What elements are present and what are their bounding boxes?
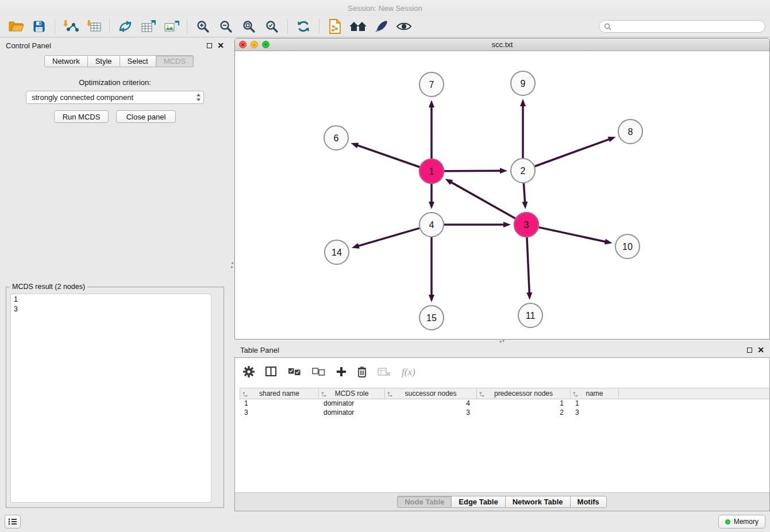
float-panel-icon[interactable] <box>207 43 212 48</box>
close-panel-icon[interactable]: ✕ <box>217 41 224 49</box>
table-row[interactable]: 3dominator323 <box>240 408 769 418</box>
graph-node-15[interactable]: 15 <box>419 306 444 330</box>
table-cell: dominator <box>319 399 385 408</box>
close-panel-icon[interactable]: ✕ <box>757 346 764 354</box>
graph-node-7[interactable]: 7 <box>419 72 444 97</box>
import-network-icon[interactable] <box>59 17 82 36</box>
table-row[interactable]: 1dominator411 <box>240 399 769 408</box>
graph-node-1[interactable]: 1 <box>419 159 444 183</box>
graph-edge-2-8[interactable] <box>535 139 610 166</box>
search-icon <box>604 23 611 30</box>
clone-network-icon[interactable] <box>114 17 137 36</box>
tab-style[interactable]: Style <box>87 55 120 67</box>
column-header-name[interactable]: name <box>571 388 619 399</box>
column-header-MCDS-role[interactable]: MCDS role <box>319 388 385 399</box>
float-panel-icon[interactable] <box>747 348 752 353</box>
edge-arrowhead-icon <box>520 99 526 106</box>
refresh-icon[interactable] <box>292 17 315 36</box>
network-canvas[interactable]: 7968124314101511 <box>235 51 769 339</box>
export-table-icon[interactable] <box>137 17 160 36</box>
mcds-result-list[interactable]: 1 3 <box>10 294 211 503</box>
function-builder-icon[interactable]: f(x) <box>402 367 415 378</box>
tab-edge-table[interactable]: Edge Table <box>451 496 505 508</box>
zoom-in-icon[interactable] <box>191 17 214 36</box>
show-neighbors-icon[interactable] <box>346 17 369 36</box>
list-icon <box>8 518 17 525</box>
control-panel-tabs: Network Style Select MCDS <box>44 55 194 67</box>
edge-arrowhead-icon <box>351 142 359 148</box>
tab-node-table[interactable]: Node Table <box>397 496 452 508</box>
graph-edge-2-3[interactable] <box>523 183 525 202</box>
tab-select[interactable]: Select <box>120 55 156 67</box>
export-image-icon[interactable] <box>160 17 183 36</box>
tab-network[interactable]: Network <box>44 55 88 67</box>
add-column-icon[interactable] <box>336 367 346 379</box>
dropdown-stepper-icon <box>196 93 201 102</box>
table-cell: dominator <box>319 408 385 418</box>
save-session-icon[interactable] <box>28 17 51 36</box>
open-session-icon[interactable] <box>5 17 28 36</box>
minimize-window-icon[interactable]: – <box>251 41 258 48</box>
splitter-handle-icon[interactable]: ◂▸ <box>231 261 233 269</box>
import-table-icon[interactable] <box>82 17 105 36</box>
graph-node-2[interactable]: 2 <box>511 159 535 183</box>
edge-arrowhead-icon <box>522 202 528 209</box>
network-file-icon[interactable] <box>324 17 346 36</box>
criterion-dropdown[interactable]: strongly connected component <box>26 91 204 104</box>
svg-text:2: 2 <box>521 166 526 176</box>
tab-network-table[interactable]: Network Table <box>505 496 571 508</box>
control-panel-title: Control Panel <box>6 41 51 50</box>
graph-node-10[interactable]: 10 <box>615 234 640 259</box>
column-header-shared-name[interactable]: shared name <box>240 388 319 399</box>
delete-column-icon[interactable] <box>357 366 367 379</box>
tab-motifs[interactable]: Motifs <box>570 496 607 508</box>
graph-edge-3-10[interactable] <box>539 228 606 242</box>
svg-text:7: 7 <box>429 80 434 90</box>
graph-edge-4-14[interactable] <box>358 228 419 246</box>
columns-icon[interactable] <box>265 367 277 379</box>
close-panel-button[interactable]: Close panel <box>116 110 176 123</box>
memory-button[interactable]: Memory <box>718 515 765 529</box>
edge-arrowhead-icon <box>429 202 434 209</box>
table-panel: Table Panel ✕ <box>234 342 770 511</box>
svg-text:10: 10 <box>622 242 633 252</box>
graph-node-11[interactable]: 11 <box>518 303 542 327</box>
graph-edge-1-6[interactable] <box>357 145 419 167</box>
apply-style-icon[interactable] <box>369 17 392 36</box>
sort-icon <box>387 391 392 399</box>
sort-icon <box>479 391 484 399</box>
graph-node-4[interactable]: 4 <box>419 213 444 237</box>
graph-node-3[interactable]: 3 <box>514 213 538 237</box>
edge-arrowhead-icon <box>503 222 511 228</box>
run-mcds-button[interactable]: Run MCDS <box>54 110 109 123</box>
network-window-title: scc.txt <box>235 40 769 49</box>
select-all-icon[interactable] <box>288 367 301 378</box>
tab-mcds[interactable]: MCDS <box>156 55 194 67</box>
vertical-splitter[interactable]: ◂▸ <box>230 38 234 511</box>
show-panels-button[interactable] <box>5 515 21 529</box>
graph-edge-3-1[interactable] <box>451 182 515 218</box>
search-input[interactable] <box>614 22 760 30</box>
table-toolbar: f(x) <box>235 358 769 387</box>
graph-edge-3-11[interactable] <box>527 237 529 293</box>
toolbar-separator <box>187 19 187 34</box>
graph-node-9[interactable]: 9 <box>511 71 535 95</box>
toolbar-separator <box>55 19 55 34</box>
column-header-predecessor-nodes[interactable]: predecessor nodes <box>477 388 571 399</box>
zoom-out-icon[interactable] <box>214 17 237 36</box>
maximize-window-icon[interactable]: + <box>262 41 270 48</box>
column-header-successor-nodes[interactable]: successor nodes <box>385 388 477 399</box>
zoom-selected-icon[interactable] <box>260 17 283 36</box>
gear-icon[interactable] <box>243 366 255 379</box>
delete-table-icon[interactable] <box>378 367 391 378</box>
optimization-criterion-label: Optimization criterion: <box>0 78 230 87</box>
show-hide-icon[interactable] <box>392 17 415 36</box>
svg-text:9: 9 <box>521 79 526 88</box>
graph-node-6[interactable]: 6 <box>324 126 348 150</box>
close-window-icon[interactable]: ✕ <box>239 41 247 48</box>
deselect-all-icon[interactable] <box>312 367 325 378</box>
zoom-fit-icon[interactable] <box>237 17 260 36</box>
graph-node-14[interactable]: 14 <box>325 240 349 264</box>
graph-node-8[interactable]: 8 <box>618 119 642 144</box>
graph-edge-1-2[interactable] <box>444 171 500 171</box>
